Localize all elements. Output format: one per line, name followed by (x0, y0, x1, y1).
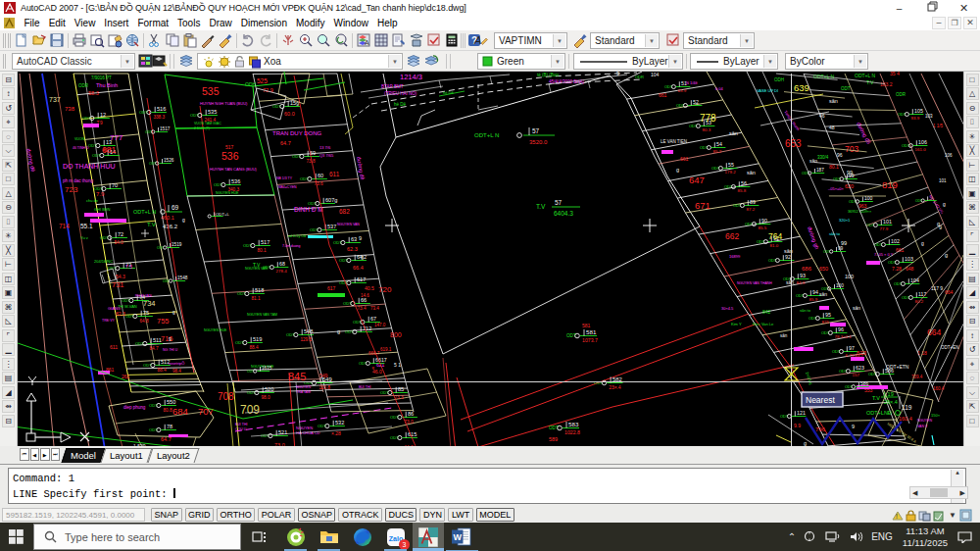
svg-text:g: g (945, 252, 948, 258)
svg-text:55.1: 55.1 (80, 223, 93, 229)
svg-text:85.2: 85.2 (713, 149, 722, 154)
svg-text:g: g (676, 167, 679, 173)
svg-text:NGUYEN VAN THANH: NGUYEN VAN THANH (737, 281, 772, 285)
svg-text:842: 842 (762, 309, 771, 315)
svg-text:518: 518 (255, 287, 264, 293)
svg-text:703: 703 (845, 144, 858, 154)
svg-text:NGUYEN HUE: NGUYEN HUE (204, 328, 227, 332)
svg-text:46 TINH D: 46 TINH D (73, 146, 89, 150)
svg-text:179.2: 179.2 (725, 170, 737, 175)
svg-text:NB 1/3 TY: NB 1/3 TY (276, 176, 293, 180)
svg-text:VAN V: VAN V (917, 425, 928, 428)
svg-text:7.0m duong: 7.0m duong (282, 244, 301, 248)
svg-text:89: 89 (750, 199, 756, 205)
svg-text:52: 52 (693, 99, 699, 105)
svg-text:617: 617 (327, 285, 336, 291)
svg-text:NB4=CYEN: NB4=CYEN (278, 185, 297, 189)
svg-text:30×4.5: 30×4.5 (721, 306, 734, 311)
svg-text:HUYNH TAN CANG (BUU): HUYNH TAN CANG (BUU) (210, 167, 258, 172)
svg-text:sân: sân (853, 305, 860, 311)
svg-text:102: 102 (891, 238, 900, 244)
svg-text:Thu Binh: Thu Binh (96, 82, 118, 88)
svg-text:57: 57 (555, 199, 563, 206)
svg-text:9: 9 (359, 235, 362, 241)
svg-text:161.0: 161.0 (915, 147, 927, 152)
svg-text:7HI M.VAN: 7HI M.VAN (118, 304, 137, 309)
svg-text:3520.0: 3520.0 (529, 139, 548, 145)
svg-text:23×.4: 23×.4 (609, 385, 621, 390)
svg-text:150×: 150× (931, 413, 941, 418)
svg-text:A: A (473, 34, 481, 46)
svg-text:549: 549 (319, 373, 328, 378)
svg-text:9: 9 (169, 336, 172, 342)
svg-text:204/16/NC: 204/16/NC (94, 259, 113, 264)
svg-text:320×1: 320×1 (839, 218, 851, 223)
svg-text:78.3×2.1: 78.3×2.1 (835, 334, 853, 339)
svg-text:737: 737 (49, 96, 61, 103)
svg-text:66.4: 66.4 (353, 265, 364, 271)
svg-text:ODT+L N: ODT+L N (474, 132, 499, 138)
svg-text:104: 104 (651, 72, 660, 77)
svg-text:66: 66 (361, 297, 367, 303)
svg-text:88.4: 88.4 (157, 368, 167, 373)
svg-text:35 4: 35 4 (890, 72, 900, 76)
svg-text:×.28: ×.28 (331, 430, 341, 436)
svg-text:535: 535 (202, 85, 220, 97)
svg-text:661: 661 (659, 92, 667, 98)
svg-text:NGUYEN VAN TAM: NGUYEN VAN TAM (247, 313, 277, 317)
svg-text:xd th 2y Od: xd th 2y Od (288, 234, 306, 238)
svg-text:70: 70 (112, 182, 118, 188)
svg-text:615: 615 (408, 431, 416, 437)
svg-text:NGUYEN VAN: NGUYEN VAN (337, 223, 360, 226)
svg-text:121: 121 (797, 410, 806, 416)
svg-text:536: 536 (231, 178, 240, 184)
svg-text:94: 94 (812, 289, 818, 295)
svg-text:825: 825 (822, 320, 830, 325)
svg-text:hè Dê: hè Dê (443, 90, 454, 95)
svg-text:87.2: 87.2 (747, 207, 756, 212)
svg-text:639: 639 (794, 82, 809, 93)
svg-text:611: 611 (329, 171, 340, 177)
svg-text:7.28: 7.28 (892, 266, 902, 272)
svg-text:525: 525 (257, 77, 268, 84)
svg-text:1073.7: 1073.7 (582, 337, 598, 343)
svg-text:73.4: 73.4 (357, 306, 367, 311)
svg-text:97: 97 (849, 345, 855, 351)
svg-text:sân: sân (747, 170, 756, 175)
svg-text:NGUYEN: NGUYEN (296, 385, 311, 389)
svg-text:532: 532 (335, 420, 344, 426)
svg-text:26×.4: 26×.4 (884, 399, 898, 405)
svg-text:sân: sân (819, 291, 827, 297)
svg-text:147.0: 147.0 (374, 323, 386, 327)
svg-text:93: 93 (800, 273, 806, 278)
svg-text:77.9: 77.9 (880, 226, 889, 231)
svg-text:sân: sân (809, 158, 817, 164)
svg-text:T.V: T.V (536, 203, 546, 210)
svg-text:81.0: 81.0 (770, 243, 779, 248)
svg-text:117 9: 117 9 (931, 285, 943, 291)
svg-text:sân: sân (786, 279, 794, 285)
svg-text:517: 517 (261, 239, 270, 245)
svg-text:796: 796 (815, 426, 826, 432)
svg-text:86: 86 (408, 411, 414, 417)
svg-text:62.3: 62.3 (347, 246, 358, 252)
svg-text:ODT+ETN: ODT+ETN (886, 364, 909, 370)
svg-text:101: 101 (939, 178, 947, 183)
svg-text:5 1: 5 1 (394, 362, 401, 368)
svg-text:84.7: 84.7 (149, 346, 159, 351)
svg-text:PH M VAN: PH M VAN (135, 294, 152, 298)
svg-text:511: 511 (153, 337, 162, 343)
svg-text:VUON TAM GIAC: VUON TAM GIAC (194, 122, 221, 125)
svg-text:100: 100 (836, 283, 844, 288)
svg-text:617: 617 (357, 276, 366, 282)
svg-text:1517: 1517 (160, 126, 171, 131)
svg-text:NGUYEN: NGUYEN (917, 419, 932, 423)
svg-text:sân to: sân to (829, 231, 841, 236)
svg-text:517: 517 (225, 144, 234, 150)
svg-text:80.8: 80.8 (163, 408, 172, 413)
svg-text:731: 731 (112, 280, 124, 289)
svg-text:T.V: T.V (253, 262, 261, 268)
svg-text:60: 60 (318, 173, 323, 178)
svg-text:ODR: ODR (78, 83, 89, 88)
svg-text:6404.3: 6404.3 (554, 210, 573, 217)
